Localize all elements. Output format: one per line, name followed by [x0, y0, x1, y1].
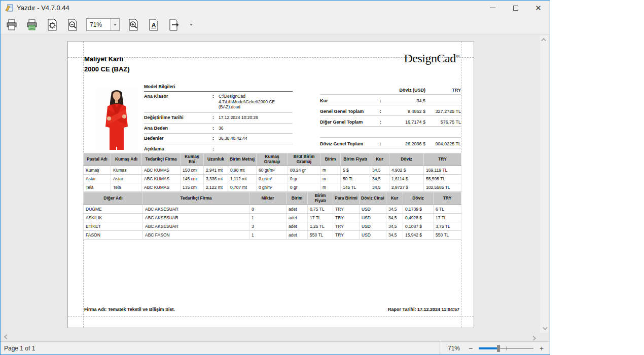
app-icon [5, 4, 14, 12]
field-separator: : [212, 94, 219, 110]
table-cell: adet [287, 230, 308, 239]
column-header: Döviz [403, 192, 434, 205]
column-header: Miktar [249, 192, 287, 205]
table-cell: 8 [249, 205, 287, 213]
company-name: Firma Adı: Tematek Tekstil ve Bilişim Si… [84, 307, 175, 312]
export-button[interactable] [167, 18, 181, 31]
table-cell: 3,75 TL [434, 222, 461, 230]
maximize-button[interactable] [504, 1, 527, 15]
toolbar: 71% A [1, 15, 550, 34]
try-value: 904,0225 TL [425, 141, 461, 146]
table-cell: Tela [84, 183, 111, 191]
close-button[interactable]: ✕ [527, 1, 550, 15]
horizontal-scrollbar[interactable] [1, 334, 550, 341]
table-cell: 3 [249, 222, 287, 230]
currency-total-row: Döviz Genel Toplam : 26,2036 $ 904,0225 … [320, 138, 461, 148]
column-header: Birim Metraj [228, 153, 257, 166]
table-cell: USD [360, 222, 386, 230]
table-cell: 135 cm [181, 183, 204, 191]
table-cell: 1,112 mt [228, 174, 257, 183]
zoom-slider-thumb[interactable] [497, 345, 500, 352]
table-cell: TRY [333, 230, 360, 239]
column-header: Birim [320, 153, 341, 166]
table-cell: 145 cm [181, 174, 204, 183]
column-header: Brüt Birim Gramaj [288, 153, 320, 166]
scroll-left-button[interactable] [2, 334, 10, 341]
table-cell: ABC KUMAS [142, 166, 181, 174]
table-cell: USD [360, 230, 386, 239]
zoom-slider[interactable] [479, 345, 533, 352]
minimize-button[interactable] [481, 1, 504, 15]
print-settings-button[interactable] [46, 18, 59, 31]
field-separator: : [212, 136, 219, 141]
column-header: Diğer Adı [84, 192, 143, 205]
table-cell: 34,5 [370, 174, 389, 183]
print-button[interactable] [5, 18, 18, 31]
font-button[interactable]: A [147, 18, 160, 31]
zoom-level-combobox[interactable]: 71% [86, 18, 120, 31]
font-page-icon: A [148, 19, 160, 31]
zoom-out-page-icon [66, 19, 79, 31]
export-page-icon [168, 19, 180, 31]
table-cell: Astar [111, 174, 142, 183]
statusbar-zoom-controls: 71% − + [440, 342, 550, 354]
export-dropdown-button[interactable] [188, 18, 195, 31]
table-row: ETİKETABC AKSESUAR3adet1,25 TLTRYUSD34,5… [84, 222, 461, 230]
currency-spacer-row [320, 127, 461, 138]
chevron-down-icon [114, 24, 117, 26]
model-photo [95, 87, 138, 150]
model-info-row: Ana Klasör : C:\DesignCad 4.7\Lib\Model\… [144, 92, 293, 113]
column-header: TRY [424, 153, 461, 166]
table-cell: m [320, 183, 341, 191]
quick-print-button[interactable] [25, 18, 39, 31]
currency-summary-section: Döviz (USD) TRY Kur : 34,5 Genel Genel T… [320, 84, 461, 148]
scroll-up-button[interactable] [540, 35, 549, 44]
scroll-right-button[interactable] [530, 334, 539, 341]
table-cell: adet [287, 222, 308, 230]
usd-value: 34,5 [387, 98, 425, 103]
scroll-down-button[interactable] [540, 324, 549, 333]
model-info-section: Model Bilgileri Ana Klasör : C:\DesignCa… [144, 84, 293, 154]
table-cell: ASKILIK [84, 213, 143, 222]
zoom-in-button[interactable] [127, 18, 140, 31]
page-indicator: Page 1 of 1 [1, 345, 440, 352]
table-cell: ABC AKSESUAR [143, 205, 249, 213]
zoom-in-slider-button[interactable]: + [539, 344, 545, 352]
try-value: 576,75 TL [425, 120, 461, 125]
table-cell: 34,5 [386, 205, 403, 213]
model-info-row: Ana Beden : 36 [144, 124, 293, 134]
printer-green-icon [26, 19, 38, 31]
column-header: Birim [287, 192, 308, 205]
zoom-out-button[interactable] [66, 18, 79, 31]
table-cell: 34,5 [386, 230, 403, 239]
table-cell: 88,24 gr [288, 166, 320, 174]
column-header: Döviz Cinsi [360, 192, 386, 205]
table-cell: ABC KUMAS [142, 174, 181, 183]
field-separator: : [380, 141, 387, 146]
report-footer: Firma Adı: Tematek Tekstil ve Bilişim Si… [84, 307, 459, 312]
column-header: Tedarikçi Firma [142, 153, 181, 166]
vertical-scrollbar[interactable] [540, 35, 549, 333]
zoom-out-slider-button[interactable]: − [468, 344, 474, 352]
fabric-cost-table: Pastal AdıKumaş AdıTedarikçi FirmaKumaş … [83, 153, 461, 192]
table-cell: 2,941 mt [204, 166, 228, 174]
field-value: 36 [219, 126, 293, 131]
field-separator: : [212, 126, 219, 131]
table-cell: FASON [84, 230, 143, 239]
table-cell: 0,98 mt [228, 166, 257, 174]
print-preview-window: Yazdır - V4.7.0.44 ✕ [0, 0, 550, 355]
table-cell: 0,1087 $ [403, 222, 434, 230]
statusbar: Page 1 of 1 71% − + [1, 341, 550, 354]
table-cell: 550 TL [434, 230, 461, 239]
table-cell: 550 TL [308, 230, 333, 239]
zoom-combo-dropdown-button[interactable] [110, 19, 119, 30]
table-cell: 0,4928 $ [403, 213, 434, 222]
table-cell: 55,595 TL [424, 174, 461, 183]
column-header: Tedarikçi Firma [143, 192, 249, 205]
table-cell: 34,5 [370, 183, 389, 191]
zoom-slider-fill [479, 347, 497, 349]
window-title: Yazdır - V4.7.0.44 [17, 4, 69, 12]
field-separator: : [212, 146, 219, 151]
table-cell: 169,119 TL [424, 166, 461, 174]
statusbar-zoom-value: 71% [445, 345, 462, 352]
